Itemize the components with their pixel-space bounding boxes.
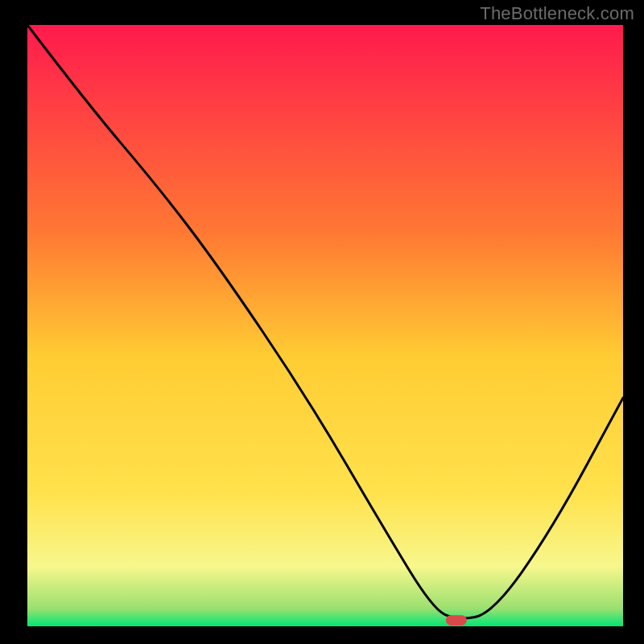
watermark-text: TheBottleneck.com — [480, 3, 634, 24]
optimal-marker — [446, 615, 467, 625]
chart-frame: TheBottleneck.com — [0, 0, 644, 644]
bottleneck-chart — [0, 0, 644, 644]
gradient-background — [27, 25, 623, 626]
